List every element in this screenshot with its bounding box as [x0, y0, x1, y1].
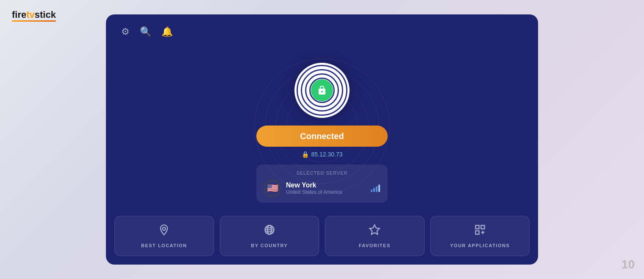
connected-button[interactable]: Connected: [256, 126, 388, 147]
svg-point-0: [163, 227, 166, 230]
search-icon[interactable]: 🔍: [140, 26, 151, 37]
lock-icon: [317, 85, 327, 95]
logo-stick: stick: [35, 9, 56, 20]
firetv-logo-text: firetvstick: [12, 10, 56, 20]
favorites-icon: [369, 224, 380, 239]
selected-server-label: SELECTED SERVER: [264, 170, 380, 176]
best-location-icon: [158, 224, 170, 239]
svg-rect-7: [475, 226, 479, 229]
svg-rect-8: [481, 226, 484, 229]
best-location-label: BEST LOCATION: [141, 243, 187, 248]
bell-icon[interactable]: 🔔: [161, 26, 173, 37]
your-applications-button[interactable]: YOUR APPLICATIONS: [430, 216, 530, 256]
vpn-icon-wrapper: [294, 63, 350, 118]
firetv-logo: firetvstick: [12, 10, 56, 22]
lock-background: [311, 79, 333, 101]
ip-row: 🔒 85.12.30.73: [302, 151, 343, 158]
svg-marker-6: [370, 225, 380, 234]
server-card[interactable]: SELECTED SERVER 🇺🇸 New York United State…: [256, 165, 388, 203]
top-bar: ⚙ 🔍 🔔: [106, 14, 538, 37]
by-country-icon: [264, 224, 275, 239]
favorites-button[interactable]: FAVORITES: [325, 216, 425, 256]
by-country-button[interactable]: BY COUNTRY: [220, 216, 319, 256]
by-country-label: BY COUNTRY: [251, 243, 288, 248]
signal-bar-1: [371, 190, 372, 192]
signal-bar-4: [378, 184, 380, 192]
your-applications-label: YOUR APPLICATIONS: [450, 243, 510, 248]
server-text: New York United States of America: [286, 181, 342, 195]
ip-address: 85.12.30.73: [311, 151, 343, 158]
watermark: 10: [622, 258, 635, 271]
server-city: New York: [286, 181, 342, 189]
best-location-button[interactable]: BEST LOCATION: [114, 216, 214, 256]
bottom-nav: BEST LOCATION BY COUNTRY FAVORITES: [114, 216, 530, 256]
server-info-row: 🇺🇸 New York United States of America: [264, 180, 380, 197]
logo-fire: fire: [12, 9, 26, 20]
signal-bar-3: [376, 186, 378, 192]
main-card: ⚙ 🔍 🔔 Connected: [106, 14, 538, 265]
your-applications-icon: [474, 224, 486, 239]
ip-lock-icon: 🔒: [302, 151, 309, 158]
logo-underline: [12, 20, 56, 22]
settings-icon[interactable]: ⚙: [121, 26, 130, 37]
signal-bars: [371, 184, 380, 192]
flag-icon: 🇺🇸: [264, 180, 281, 197]
svg-rect-9: [475, 231, 479, 234]
favorites-label: FAVORITES: [359, 243, 391, 248]
signal-bar-2: [373, 188, 375, 192]
server-country: United States of America: [286, 189, 342, 195]
logo-tv: tv: [26, 9, 35, 20]
